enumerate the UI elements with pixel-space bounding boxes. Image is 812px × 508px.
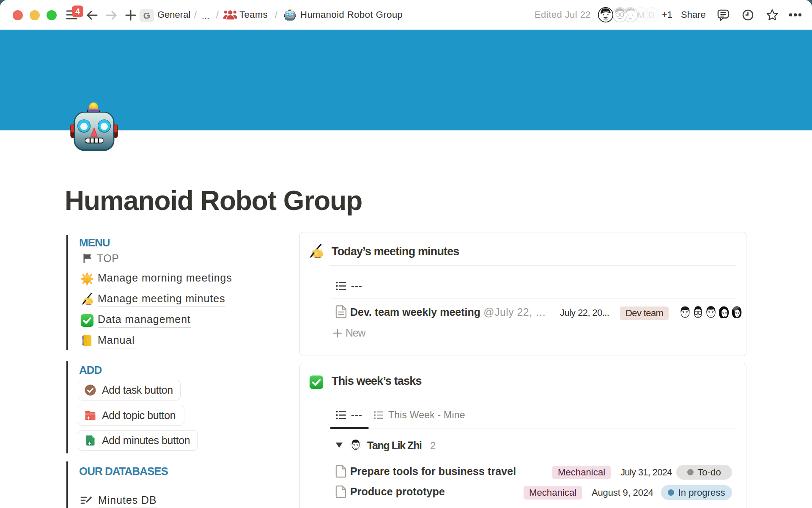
svg-text:M: M xyxy=(637,11,645,20)
svg-text:D: D xyxy=(648,11,654,20)
